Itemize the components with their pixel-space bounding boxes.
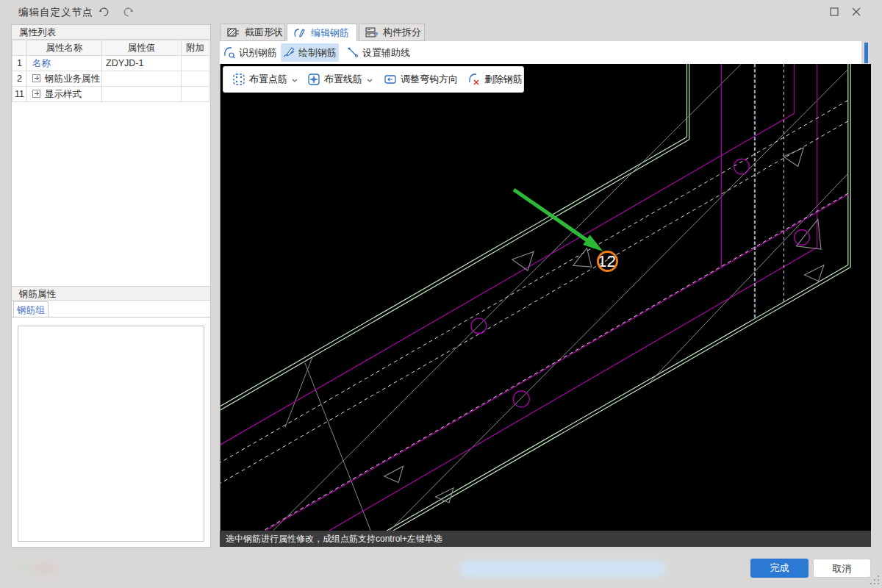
table-row[interactable]: 2 钢筋业务属性 (12, 71, 209, 87)
col-name-header: 属性名称 (27, 40, 102, 56)
cancel-button[interactable]: 取消 (813, 559, 871, 578)
canvas-toolbar-label: 调整弯钩方向 (401, 73, 458, 86)
ribbon-label: 绘制钢筋 (298, 46, 337, 60)
tab-section-shape[interactable]: 截面形状 (220, 24, 285, 41)
window-title: 编辑自定义节点 (18, 6, 93, 19)
canvas-toolbar-label: 布置线筋 (324, 73, 362, 86)
tab-label: 编辑钢筋 (311, 26, 349, 40)
canvas-toolbar-label: 布置点筋 (249, 73, 287, 86)
close-icon[interactable] (848, 4, 864, 20)
prop-value-cell[interactable] (102, 71, 182, 87)
property-panel: 属性列表 属性名称 属性值 附加 1 名称 ZDYJD-1 2 钢筋业务属性 1… (11, 24, 211, 548)
blurred-logo-fragment (16, 562, 31, 570)
adjust-hook-direction-button[interactable]: 调整弯钩方向 (384, 73, 458, 86)
delete-rebar-button[interactable]: 删除钢筋 (468, 73, 523, 86)
prop-value-cell[interactable] (102, 87, 182, 102)
tab-label: 构件拆分 (383, 26, 421, 39)
expand-icon[interactable] (32, 90, 40, 98)
ribbon-toolbar: 识别钢筋 绘制钢筋 设置辅助线 (220, 41, 861, 64)
identify-rebar-button[interactable]: 识别钢筋 (221, 43, 279, 62)
property-list-header: 属性列表 (12, 25, 210, 40)
prop-name-label: 钢筋业务属性 (45, 74, 100, 84)
tab-label: 截面形状 (245, 26, 283, 39)
identify-rebar-icon (223, 46, 236, 59)
place-point-rebar-button[interactable]: 布置点筋 (233, 73, 298, 86)
aux-line-button[interactable]: 设置辅助线 (345, 43, 412, 62)
line-rebar-icon (308, 74, 320, 85)
prop-extra-cell[interactable] (182, 71, 209, 87)
svg-text:?: ? (374, 31, 378, 38)
draw-rebar-icon (283, 46, 295, 59)
expand-icon[interactable] (32, 74, 40, 82)
tab-rebar-group[interactable]: 钢筋组 (13, 301, 49, 318)
canvas-toolbar-label: 删除钢筋 (484, 73, 523, 86)
place-line-rebar-button[interactable]: 布置线筋 (308, 73, 373, 86)
tab-edit-rebar[interactable]: 编辑钢筋 (287, 24, 357, 42)
rebar-group-content (18, 326, 204, 542)
adjust-hook-icon (384, 74, 396, 85)
titlebar: 编辑自定义节点 (0, 0, 882, 24)
prop-name-link[interactable]: 名称 (32, 58, 51, 68)
draw-rebar-button[interactable]: 绘制钢筋 (281, 43, 339, 62)
tab-row-divider (12, 317, 210, 318)
blurred-logo-fragment (32, 564, 57, 574)
prop-name-label: 显示样式 (45, 89, 82, 99)
ribbon-label: 识别钢筋 (239, 46, 277, 60)
ribbon-label: 设置辅助线 (362, 46, 410, 60)
col-value-header: 属性值 (102, 40, 182, 56)
col-extra-header: 附加 (182, 40, 209, 56)
maximize-icon[interactable] (826, 4, 842, 20)
property-table: 属性名称 属性值 附加 1 名称 ZDYJD-1 2 钢筋业务属性 11 显示样… (12, 40, 209, 102)
blurred-watermark (459, 561, 665, 577)
table-row[interactable]: 1 名称 ZDYJD-1 (12, 56, 209, 71)
ribbon-overflow-indicator[interactable] (864, 43, 868, 63)
table-row[interactable]: 11 显示样式 (12, 87, 209, 102)
delete-rebar-icon (468, 74, 480, 85)
table-header-row: 属性名称 属性值 附加 (12, 40, 209, 56)
edit-rebar-icon (293, 27, 306, 39)
row-number-header (12, 40, 27, 56)
resize-grip[interactable] (870, 576, 881, 586)
finish-button[interactable]: 完成 (750, 559, 808, 578)
dropdown-caret-icon[interactable] (292, 79, 298, 82)
section-shape-icon (227, 26, 240, 38)
prop-extra-cell[interactable] (182, 87, 209, 102)
cad-drawing: 12 (220, 64, 872, 531)
drawing-canvas[interactable]: 12 布置点筋 布置线筋 调整弯钩方向 (220, 64, 871, 531)
component-split-icon: ? (365, 26, 378, 38)
status-bar: 选中钢筋进行属性修改，成组点筋支持control+左键单选 (220, 531, 871, 547)
undo-icon[interactable] (97, 5, 110, 18)
prop-extra-cell[interactable] (182, 56, 209, 71)
canvas-toolbar: 布置点筋 布置线筋 调整弯钩方向 删除钢筋 (223, 66, 524, 93)
tab-component-split[interactable]: ? 构件拆分 (359, 24, 425, 41)
dropdown-caret-icon[interactable] (367, 79, 373, 82)
rebar-props-header: 钢筋属性 (12, 286, 210, 301)
redo-icon[interactable] (122, 5, 135, 18)
point-rebar-icon (233, 74, 245, 85)
prop-value-cell[interactable]: ZDYJD-1 (102, 56, 182, 71)
aux-line-icon (347, 46, 359, 59)
